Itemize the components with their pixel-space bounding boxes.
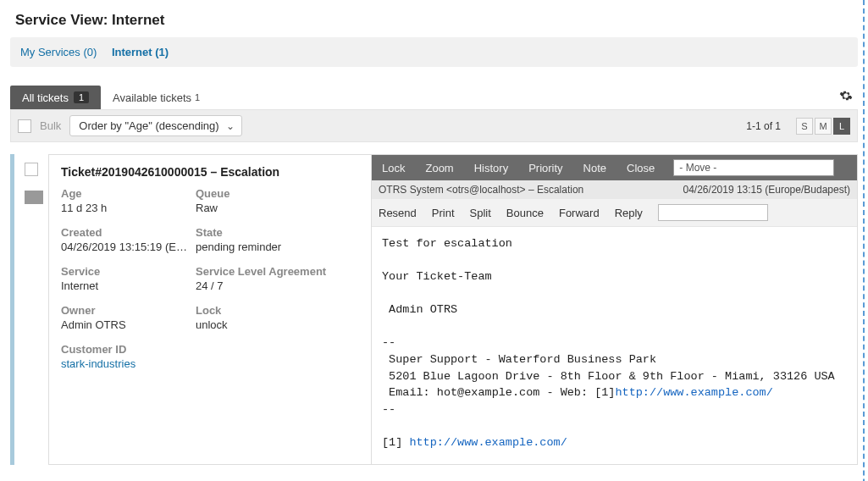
action-note[interactable]: Note — [573, 162, 616, 174]
tab-label: Available tickets — [113, 91, 191, 104]
mail-body-text: Test for escalation Your Ticket-Team Adm… — [382, 237, 835, 399]
bulk-label: Bulk — [40, 119, 61, 132]
value-sla: 24 / 7 — [196, 279, 331, 292]
label-created: Created — [61, 226, 192, 239]
orderby-label: Order by "Age" (descending) — [79, 119, 218, 132]
value-created: 04/26/2019 13:15:19 (Eur... — [61, 240, 192, 253]
view-size-s[interactable]: S — [796, 118, 813, 135]
mail-body-link[interactable]: http://www.example.com/ — [615, 386, 772, 399]
mail-body-link2[interactable]: http://www.example.com/ — [409, 436, 567, 449]
label-sla: Service Level Agreement — [196, 265, 359, 278]
ticket-actions-bar: Lock Zoom History Priority Note Close - … — [372, 155, 857, 180]
gear-icon[interactable] — [834, 89, 858, 106]
mail-body-text2: -- [1] — [382, 403, 409, 449]
select-all-checkbox[interactable] — [18, 119, 31, 133]
reply-select[interactable] — [658, 204, 768, 221]
move-dropdown[interactable]: - Move - — [673, 159, 834, 176]
action-zoom[interactable]: Zoom — [415, 162, 463, 174]
action-lock[interactable]: Lock — [372, 162, 415, 174]
label-age: Age — [61, 187, 192, 200]
value-customer-id[interactable]: stark-industries — [61, 357, 192, 370]
pager-text: 1-1 of 1 — [746, 120, 781, 132]
service-filter-bar: My Services (0) Internet (1) — [10, 37, 858, 67]
ticket-title[interactable]: Ticket#2019042610000015 – Escalation — [61, 165, 359, 179]
value-lock: unlock — [196, 318, 331, 331]
mail-split[interactable]: Split — [470, 207, 491, 219]
view-size-m[interactable]: M — [815, 118, 832, 135]
label-state: State — [196, 226, 359, 239]
ticket-checkbox[interactable] — [25, 163, 38, 176]
mail-from: OTRS System <otrs@localhost> – Escalatio… — [379, 184, 683, 196]
view-size-l[interactable]: L — [833, 118, 850, 135]
chevron-down-icon: ⌄ — [226, 120, 235, 132]
filter-internet[interactable]: Internet (1) — [112, 46, 169, 58]
mail-date: 04/26/2019 13:15 (Europe/Budapest) — [683, 184, 850, 196]
tab-label: All tickets — [22, 91, 69, 104]
mail-body: Test for escalation Your Ticket-Team Adm… — [372, 227, 857, 464]
value-queue: Raw — [196, 202, 331, 214]
mail-bounce[interactable]: Bounce — [506, 207, 544, 219]
mail-reply-label: Reply — [615, 207, 643, 219]
tab-all-tickets[interactable]: All tickets 1 — [10, 86, 101, 109]
tab-available-tickets[interactable]: Available tickets 1 — [101, 86, 212, 109]
orderby-dropdown[interactable]: Order by "Age" (descending) ⌄ — [69, 115, 241, 136]
ticket-flag-icon[interactable] — [25, 191, 43, 204]
mail-resend[interactable]: Resend — [379, 207, 417, 219]
tab-count: 1 — [74, 91, 89, 103]
label-owner: Owner — [61, 304, 192, 317]
label-queue: Queue — [196, 187, 359, 200]
label-service: Service — [61, 265, 192, 278]
label-customer-id: Customer ID — [61, 343, 192, 356]
page-title: Service View: Internet — [0, 0, 868, 37]
action-priority[interactable]: Priority — [518, 162, 572, 174]
action-close[interactable]: Close — [616, 162, 665, 174]
tab-count: 1 — [195, 92, 200, 102]
list-toolbar: Bulk Order by "Age" (descending) ⌄ 1-1 o… — [10, 109, 858, 142]
value-service: Internet — [61, 279, 192, 292]
mail-print[interactable]: Print — [432, 207, 455, 219]
label-lock: Lock — [196, 304, 359, 317]
value-owner: Admin OTRS — [61, 318, 192, 331]
filter-my-services[interactable]: My Services (0) — [20, 46, 97, 58]
value-age: 11 d 23 h — [61, 202, 192, 214]
mail-forward[interactable]: Forward — [559, 207, 600, 219]
action-history[interactable]: History — [464, 162, 518, 174]
value-state: pending reminder — [196, 240, 331, 253]
